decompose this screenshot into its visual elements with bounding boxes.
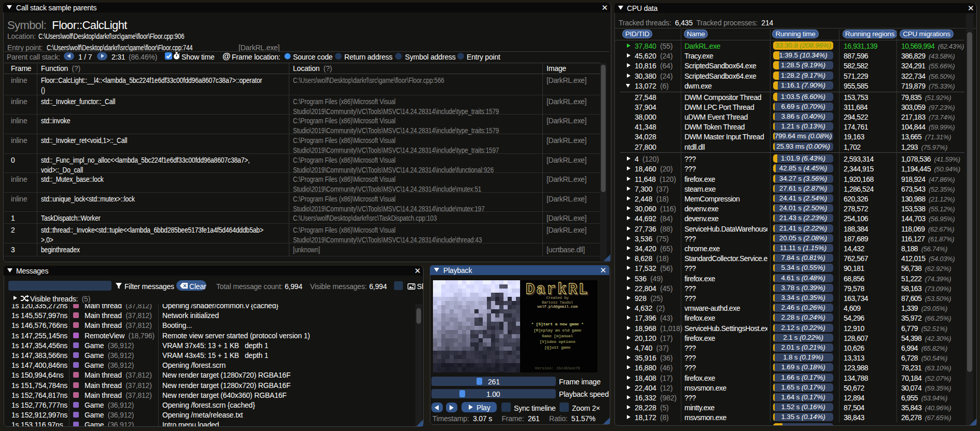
svg-text:[R]eplay an old game: [R]eplay an old game [534, 328, 581, 333]
svg-text:Version: 15c455ee76: Version: 15c455ee76 [535, 366, 580, 370]
svg-text:* [S]tart a new game *: * [S]tart a new game * [531, 322, 583, 326]
svg-text:wolf.pld@gmail.com: wolf.pld@gmail.com [537, 305, 578, 309]
svg-text:[V]ideo options: [V]ideo options [539, 339, 575, 344]
svg-text:Created by: Created by [546, 296, 569, 300]
svg-text:[Q]uit game: [Q]uit game [544, 345, 571, 350]
svg-text:Bartosz Taudul: Bartosz Taudul [542, 300, 573, 305]
svg-text:Game [m]anual: Game [m]anual [542, 334, 573, 338]
